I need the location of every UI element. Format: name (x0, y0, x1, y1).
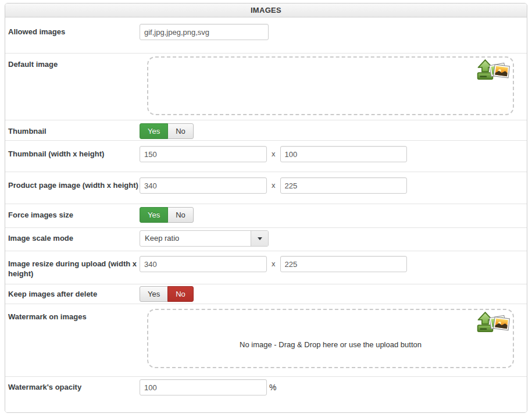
thumbnail-width-input[interactable] (140, 146, 267, 162)
selected-option: Keep ratio (140, 231, 251, 246)
keep-images-toggle: Yes No (140, 286, 194, 302)
watermark-opacity-input[interactable] (140, 379, 267, 395)
dimension-separator: x (272, 177, 276, 194)
field-label: Default image (8, 56, 140, 69)
product-image-height-input[interactable] (280, 177, 407, 194)
thumbnail-no-button[interactable]: No (167, 123, 194, 139)
watermark-dropzone[interactable]: No image - Drag & Drop here or use the u… (147, 309, 514, 368)
force-size-no-button[interactable]: No (167, 207, 194, 223)
select-dropdown-button[interactable] (251, 231, 268, 246)
field-label: Thumbnail (width x height) (8, 146, 140, 159)
caret-down-icon (258, 237, 262, 240)
row-product-page-image-size: Product page image (width x height) x (5, 172, 527, 204)
row-default-image: Default image (5, 54, 527, 120)
image-gallery-icon[interactable] (488, 313, 510, 335)
row-image-resize-upload: Image resize during upload (width x heig… (5, 251, 527, 284)
field-label: Force images size (8, 207, 140, 220)
images-settings-panel: IMAGES Allowed images Default image (5, 3, 527, 413)
thumbnail-height-input[interactable] (280, 146, 407, 162)
resize-height-input[interactable] (280, 256, 407, 272)
force-size-toggle: Yes No (140, 207, 194, 223)
field-label: Keep images after delete (8, 286, 140, 299)
row-force-images-size: Force images size Yes No (5, 204, 527, 228)
keep-images-yes-button[interactable]: Yes (140, 286, 168, 302)
thumbnail-toggle: Yes No (140, 123, 194, 139)
row-watermark: Watermark on images No image - Drag & Dr… (5, 304, 527, 377)
image-scale-mode-select[interactable]: Keep ratio (140, 230, 269, 247)
dimension-separator: x (272, 256, 276, 272)
row-thumbnail-size: Thumbnail (width x height) x (5, 141, 527, 172)
dropzone-text: No image - Drag & Drop here or use the u… (148, 340, 513, 349)
field-label: Product page image (width x height) (8, 177, 140, 190)
panel-title: IMAGES (5, 3, 527, 17)
field-label: Image resize during upload (width x heig… (8, 256, 140, 279)
allowed-images-input[interactable] (140, 24, 269, 40)
percent-unit-label: % (269, 379, 276, 395)
force-size-yes-button[interactable]: Yes (140, 207, 168, 223)
dimension-separator: x (272, 146, 276, 162)
field-label: Watermark on images (8, 309, 140, 322)
field-label: Image scale mode (8, 230, 140, 243)
row-thumbnail: Thumbnail Yes No (5, 120, 527, 141)
field-label: Thumbnail (8, 123, 140, 136)
row-keep-images-after-delete: Keep images after delete Yes No (5, 284, 527, 304)
resize-width-input[interactable] (140, 256, 267, 272)
keep-images-no-button[interactable]: No (167, 286, 194, 302)
row-watermark-opacity: Watermark's opacity % (5, 377, 527, 413)
default-image-dropzone[interactable] (147, 56, 514, 115)
field-label: Allowed images (8, 24, 140, 37)
product-image-width-input[interactable] (140, 177, 267, 194)
row-allowed-images: Allowed images (5, 17, 527, 54)
row-image-scale-mode: Image scale mode Keep ratio (5, 228, 527, 251)
image-gallery-icon[interactable] (488, 60, 510, 83)
field-label: Watermark's opacity (8, 379, 140, 392)
thumbnail-yes-button[interactable]: Yes (140, 123, 168, 139)
